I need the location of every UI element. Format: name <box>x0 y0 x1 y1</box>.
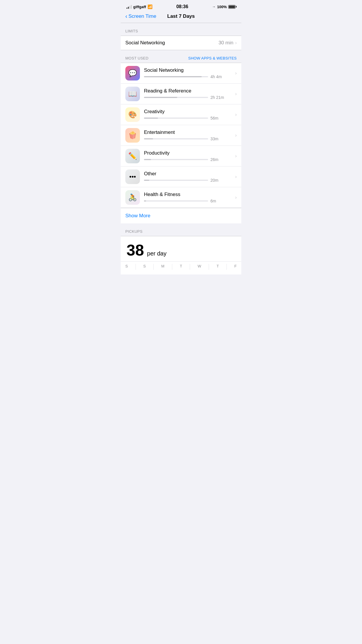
chevron-right-icon: › <box>235 91 237 97</box>
chevron-right-icon: › <box>235 71 237 76</box>
show-more-row: Show More <box>121 208 241 223</box>
day-label: T <box>180 264 182 270</box>
app-time: 4h 4m <box>210 74 222 79</box>
app-bar-track <box>144 76 208 77</box>
app-row[interactable]: ✏️ Productivity 26m › <box>121 146 241 167</box>
app-name: Health & Fitness <box>144 192 231 197</box>
app-icon: 📖 <box>125 87 140 101</box>
app-bar-container: 4h 4m <box>144 74 231 79</box>
location-icon: → <box>212 5 216 9</box>
day-chart: SSMTWTF <box>121 261 241 274</box>
limits-label: Social Networking <box>125 40 165 46</box>
app-bar-fill <box>144 159 151 160</box>
status-bar: giffgaff 📶 08:36 → 100% <box>121 0 241 11</box>
battery-icon <box>228 5 236 9</box>
navigation-bar: ‹ Screen Time Last 7 Days <box>121 11 241 23</box>
app-time: 33m <box>210 136 218 141</box>
app-info: Reading & Reference 2h 21m <box>144 88 231 100</box>
app-bar-container: 6m <box>144 199 231 203</box>
app-time: 26m <box>210 157 218 162</box>
app-row[interactable]: ••• Other 20m › <box>121 167 241 187</box>
day-divider <box>136 264 136 270</box>
signal-icon <box>126 5 132 9</box>
day-label: F <box>234 264 237 270</box>
app-time: 20m <box>210 178 218 183</box>
chevron-left-icon: ‹ <box>125 13 127 20</box>
status-left: giffgaff 📶 <box>126 4 152 9</box>
limits-section-header: LIMITS <box>121 23 241 36</box>
limits-value: 30 min › <box>219 40 237 46</box>
app-bar-track <box>144 200 208 202</box>
app-bar-container: 33m <box>144 136 231 141</box>
day-label: W <box>198 264 201 270</box>
day-label: M <box>161 264 164 270</box>
app-bar-container: 56m <box>144 116 231 120</box>
status-right: → 100% <box>212 5 236 9</box>
clock: 08:36 <box>176 4 188 9</box>
app-bar-fill <box>144 118 158 119</box>
app-name: Other <box>144 171 231 177</box>
chevron-right-icon: › <box>235 40 237 46</box>
app-bar-container: 2h 21m <box>144 95 231 100</box>
app-bar-track <box>144 118 208 119</box>
chevron-right-icon: › <box>235 133 237 138</box>
app-row[interactable]: 🚴 Health & Fitness 6m › <box>121 187 241 208</box>
wifi-icon: 📶 <box>147 4 152 9</box>
app-name: Entertainment <box>144 130 231 135</box>
app-icon: 💬 <box>125 66 140 80</box>
app-info: Productivity 26m <box>144 150 231 162</box>
most-used-label: MOST USED <box>125 56 148 60</box>
day-label: T <box>217 264 219 270</box>
app-name: Creativity <box>144 109 231 115</box>
app-icon: 🚴 <box>125 190 140 205</box>
chevron-right-icon: › <box>235 195 237 200</box>
limits-row[interactable]: Social Networking 30 min › <box>121 36 241 50</box>
app-name: Social Networking <box>144 67 231 73</box>
carrier-label: giffgaff <box>133 5 146 9</box>
app-info: Creativity 56m <box>144 109 231 120</box>
day-divider <box>226 264 227 270</box>
app-bar-container: 20m <box>144 178 231 183</box>
app-bar-container: 26m <box>144 157 231 162</box>
page-title: Last 7 Days <box>167 13 195 19</box>
pickups-per-day-label: per day <box>147 250 167 257</box>
app-bar-track <box>144 159 208 160</box>
pickups-number: 38 <box>126 241 144 259</box>
app-info: Social Networking 4h 4m <box>144 67 231 79</box>
app-time: 2h 21m <box>210 95 224 100</box>
app-bar-fill <box>144 76 202 77</box>
back-label: Screen Time <box>129 13 156 19</box>
app-row[interactable]: 💬 Social Networking 4h 4m › <box>121 63 241 84</box>
app-bar-fill <box>144 97 177 98</box>
limits-card: Social Networking 30 min › <box>121 36 241 50</box>
pickups-section: PICKUPS 38 per day SSMTWTF <box>121 223 241 274</box>
app-bar-track <box>144 138 208 139</box>
app-bar-fill <box>144 180 149 181</box>
app-icon: ••• <box>125 169 140 184</box>
app-bar-fill <box>144 138 153 139</box>
chevron-right-icon: › <box>235 153 237 159</box>
show-apps-button[interactable]: SHOW APPS & WEBSITES <box>188 56 237 60</box>
day-divider <box>172 264 172 270</box>
app-time: 6m <box>210 199 216 203</box>
app-row[interactable]: 📖 Reading & Reference 2h 21m › <box>121 84 241 104</box>
app-time: 56m <box>210 116 218 120</box>
app-list: 💬 Social Networking 4h 4m › 📖 Reading & … <box>121 63 241 208</box>
battery-percent: 100% <box>217 5 227 9</box>
app-name: Reading & Reference <box>144 88 231 94</box>
app-icon: ✏️ <box>125 149 140 163</box>
most-used-header: MOST USED SHOW APPS & WEBSITES <box>121 50 241 63</box>
pickups-number-row: 38 per day <box>121 236 241 261</box>
app-bar-fill <box>144 200 146 202</box>
app-icon: 🎨 <box>125 107 140 122</box>
show-more-button[interactable]: Show More <box>125 213 150 218</box>
app-bar-track <box>144 180 208 181</box>
day-divider <box>153 264 154 270</box>
chevron-right-icon: › <box>235 112 237 117</box>
app-row[interactable]: 🍿 Entertainment 33m › <box>121 125 241 146</box>
app-row[interactable]: 🎨 Creativity 56m › <box>121 104 241 125</box>
chevron-right-icon: › <box>235 174 237 179</box>
limits-time: 30 min <box>219 40 233 46</box>
back-button[interactable]: ‹ Screen Time <box>125 13 156 20</box>
app-info: Other 20m <box>144 171 231 183</box>
